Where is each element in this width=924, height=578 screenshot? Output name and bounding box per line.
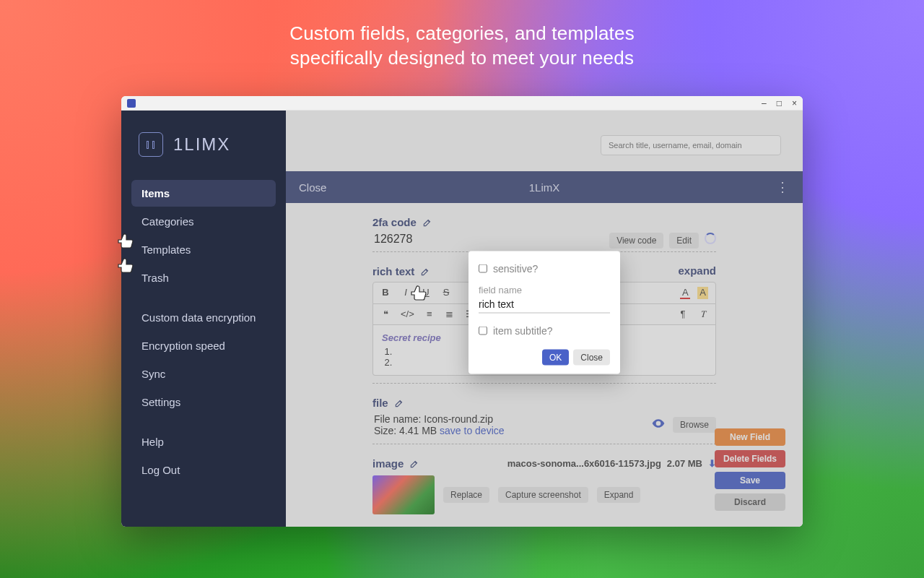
marketing-headline: Custom fields, categories, and templates… [0,22,924,71]
sensitive-checkbox[interactable] [479,264,487,273]
brand-logo-icon: ⫿⫿ [139,132,163,157]
sensitive-label: sensitive? [493,263,538,275]
sidebar-item-trash[interactable]: Trash [131,264,276,291]
sidebar-item-templates[interactable]: Templates [131,236,276,263]
fieldname-input[interactable] [479,297,610,314]
hand-pointer-icon [410,283,427,301]
sidebar-item-settings[interactable]: Settings [131,389,276,415]
sidebar-nav: Items Categories Templates Trash Custom … [131,180,276,483]
sidebar-item-help[interactable]: Help [131,428,276,455]
fieldname-label: field name [479,285,610,296]
sidebar-item-categories[interactable]: Categories [131,208,276,235]
app-window: – □ × ⫿⫿ 1LIMX Items Categories Template… [121,96,803,527]
window-minimize-button[interactable]: – [762,98,767,108]
sidebar-item-logout[interactable]: Log Out [131,457,276,483]
hand-pointer-icon [117,256,134,273]
sidebar-item-items[interactable]: Items [131,180,276,207]
window-maximize-button[interactable]: □ [777,98,782,108]
app-titlebar-icon [127,99,136,108]
window-close-button[interactable]: × [792,98,797,108]
subtitle-checkbox[interactable] [479,327,487,335]
modal-close-button[interactable]: Close [573,350,610,366]
window-titlebar: – □ × [121,96,803,111]
sidebar: ⫿⫿ 1LIMX Items Categories Templates Tras… [121,111,286,527]
sidebar-item-sync[interactable]: Sync [131,361,276,387]
content-pane: Close 1LimX ⋮ 2fa code 126278 View code [286,111,803,527]
subtitle-label: item subtitle? [493,325,552,337]
brand-name: 1LIMX [173,134,230,155]
sidebar-item-encryption[interactable]: Custom data encryption [131,304,276,331]
sidebar-item-speed[interactable]: Encryption speed [131,332,276,359]
brand: ⫿⫿ 1LIMX [131,125,276,176]
hand-pointer-icon [117,231,134,249]
field-config-modal: sensitive? field name item subtitle? OK … [468,251,620,374]
modal-ok-button[interactable]: OK [542,350,569,366]
